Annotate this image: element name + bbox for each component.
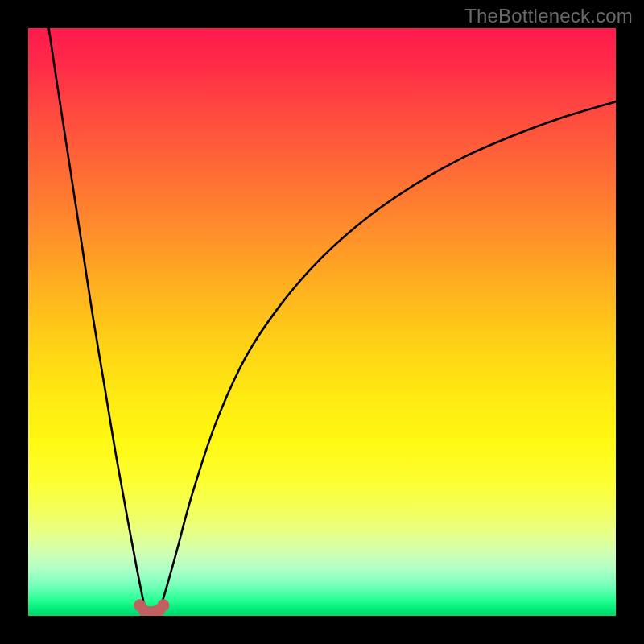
- plot-area: [28, 28, 616, 616]
- marker-cluster: [134, 599, 169, 616]
- chart-frame: TheBottleneck.com: [0, 0, 644, 644]
- curve-left-branch: [49, 28, 149, 613]
- curve-layer: [28, 28, 616, 616]
- marker-dot: [157, 599, 169, 611]
- curve-right-branch: [158, 101, 616, 613]
- watermark-text: TheBottleneck.com: [464, 5, 633, 27]
